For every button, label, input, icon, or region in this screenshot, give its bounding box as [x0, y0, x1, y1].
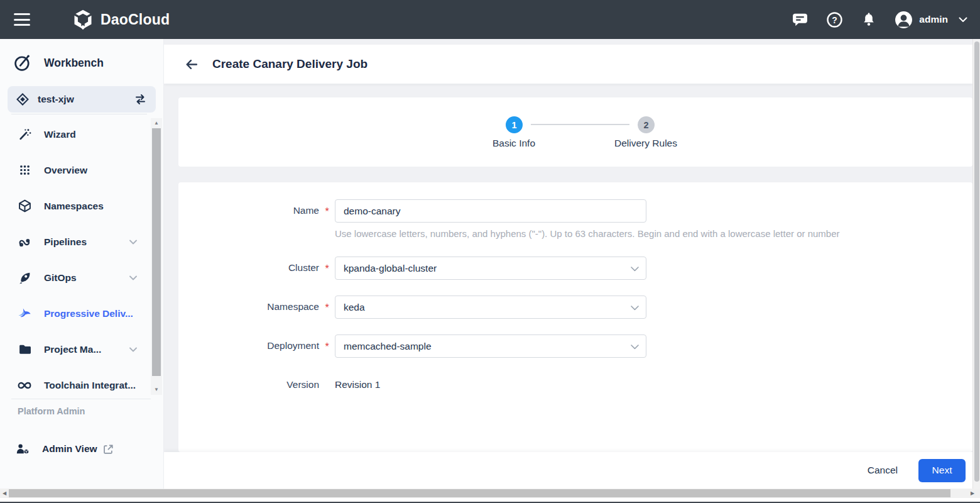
rocket-icon — [18, 271, 31, 284]
sidebar-scrollbar[interactable]: ▲ ▼ — [151, 118, 162, 395]
chevron-down-icon — [631, 345, 639, 350]
namespace-select[interactable]: keda — [335, 296, 646, 319]
sidebar: Workbench test-xjw — [0, 39, 164, 489]
menu-toggle-icon[interactable] — [14, 13, 30, 26]
divider — [11, 399, 151, 399]
sidebar-item-gitops[interactable]: GitOps — [0, 260, 151, 296]
workspace-selector[interactable]: test-xjw — [8, 86, 156, 113]
chevron-down-icon[interactable] — [129, 275, 137, 280]
deployment-label: Deployment — [178, 334, 319, 351]
chevron-down-icon[interactable] — [129, 347, 137, 352]
admin-person-icon — [16, 443, 30, 455]
cluster-label: Cluster — [178, 257, 319, 274]
magic-wand-icon — [18, 128, 31, 141]
user-menu-chevron-down-icon[interactable] — [959, 17, 967, 23]
sidebar-scrollbar-thumb[interactable] — [152, 128, 161, 376]
required-asterisk: * — [319, 296, 335, 314]
topbar-actions: ? admin — [774, 11, 980, 29]
platform-admin-section-label: Platform Admin — [18, 406, 85, 416]
scroll-up-arrow-icon[interactable]: ▲ — [151, 119, 162, 128]
cluster-select-value: kpanda-global-cluster — [344, 263, 437, 274]
version-value: Revision 1 — [335, 373, 380, 390]
namespace-select-value: keda — [344, 302, 365, 313]
external-link-icon — [104, 445, 113, 454]
sidebar-menu: Wizard Overview — [0, 116, 151, 403]
user-name[interactable]: admin — [919, 14, 948, 25]
folder-icon — [18, 343, 31, 356]
vertical-scrollbar[interactable] — [972, 39, 980, 489]
user-avatar-icon[interactable] — [895, 11, 913, 29]
scroll-right-arrow-icon[interactable]: ▶ — [968, 489, 977, 498]
messages-icon[interactable] — [791, 11, 808, 28]
horizontal-scrollbar-thumb[interactable] — [9, 489, 950, 497]
step-1-indicator[interactable]: 1 — [506, 116, 523, 133]
name-field-row: Name * — [178, 199, 832, 223]
brand-name: DaoCloud — [101, 11, 170, 28]
step-1-label: Basic Info — [476, 138, 552, 149]
sidebar-item-admin-view[interactable]: Admin View — [0, 438, 151, 460]
infinity-icon — [18, 380, 31, 390]
top-navigation-bar: DaoCloud ? — [0, 0, 980, 39]
page-header: Create Canary Delivery Job — [164, 45, 972, 84]
chevron-down-icon — [631, 267, 639, 272]
divider — [11, 114, 147, 114]
sidebar-item-project-management[interactable]: Project Ma... — [0, 331, 151, 367]
deployment-select-value: memcached-sample — [344, 341, 432, 352]
chevron-down-icon — [631, 306, 639, 311]
daocloud-logo[interactable]: DaoCloud — [72, 8, 170, 31]
bird-icon — [18, 307, 31, 319]
cluster-select[interactable]: kpanda-global-cluster — [335, 257, 646, 280]
required-asterisk: * — [319, 199, 335, 218]
vertical-scrollbar-thumb[interactable] — [974, 41, 979, 482]
sidebar-item-toolchain-integration[interactable]: Toolchain Integrat... — [0, 367, 151, 403]
required-asterisk: * — [319, 334, 335, 353]
next-button[interactable]: Next — [918, 459, 966, 482]
cancel-button[interactable]: Cancel — [868, 465, 898, 476]
step-2-label: Delivery Rules — [596, 138, 696, 149]
version-field-row: Version Revision 1 — [178, 373, 832, 390]
deployment-field-row: Deployment * memcached-sample — [178, 334, 832, 358]
module-title: Workbench — [44, 57, 104, 70]
workspace-name: test-xjw — [38, 94, 74, 105]
daocloud-logo-icon — [72, 8, 94, 31]
sidebar-item-progressive-delivery[interactable]: Progressive Deliv... — [0, 296, 151, 331]
horizontal-scrollbar[interactable]: ◀ ▶ — [0, 489, 980, 498]
spacer — [319, 373, 335, 380]
module-switcher-workbench[interactable]: Workbench — [14, 54, 104, 72]
scroll-down-arrow-icon[interactable]: ▼ — [151, 385, 162, 394]
name-hint-text: Use lowercase letters, numbers, and hyph… — [335, 228, 888, 239]
name-label: Name — [178, 199, 319, 216]
chevron-down-icon[interactable] — [129, 240, 137, 245]
namespace-field-row: Namespace * keda — [178, 296, 832, 319]
step-2-indicator[interactable]: 2 — [638, 116, 655, 133]
scroll-left-arrow-icon[interactable]: ◀ — [0, 489, 9, 498]
help-icon[interactable]: ? — [825, 11, 843, 28]
name-input[interactable] — [335, 199, 646, 223]
cluster-field-row: Cluster * kpanda-global-cluster — [178, 257, 832, 280]
basic-info-form-card: Name * Use lowercase letters, numbers, a… — [178, 182, 972, 452]
deployment-select[interactable]: memcached-sample — [335, 334, 646, 358]
bottom-window-edge — [0, 498, 980, 503]
footer-action-bar: Cancel Next — [164, 452, 972, 489]
stepper-card: 1 2 Basic Info Delivery Rules — [178, 97, 972, 167]
notifications-icon[interactable] — [860, 11, 878, 28]
svg-text:?: ? — [832, 14, 837, 25]
grid-dots-icon — [18, 164, 31, 176]
sidebar-item-namespaces[interactable]: Namespaces — [0, 188, 151, 224]
sidebar-item-overview[interactable]: Overview — [0, 152, 151, 188]
namespace-label: Namespace — [178, 296, 319, 312]
pipeline-icon — [18, 235, 31, 248]
back-arrow-icon[interactable] — [185, 58, 198, 71]
workspace-diamond-icon — [16, 93, 29, 106]
step-connector-line — [531, 124, 629, 125]
cube-icon — [18, 199, 31, 213]
required-asterisk: * — [319, 257, 335, 275]
page-title: Create Canary Delivery Job — [212, 57, 368, 71]
swap-icon[interactable] — [134, 93, 147, 106]
version-label: Version — [178, 373, 319, 390]
sidebar-item-wizard[interactable]: Wizard — [0, 116, 151, 152]
sidebar-item-pipelines[interactable]: Pipelines — [0, 224, 151, 260]
app-window: DaoCloud ? — [0, 0, 980, 503]
workbench-icon — [14, 54, 31, 72]
